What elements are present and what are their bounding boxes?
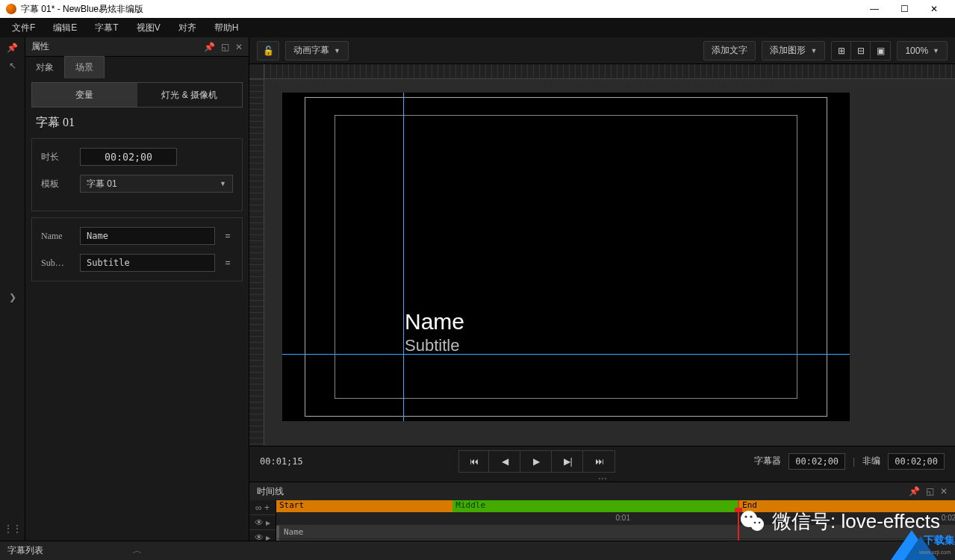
subtitle-list-label[interactable]: 字幕列表 <box>7 544 43 557</box>
menubar: 文件F 编辑E 字幕T 视图V 对齐 帮助H <box>0 18 955 37</box>
add-text-button[interactable]: 添加文字 <box>703 41 756 60</box>
tab-variables[interactable]: 变量 <box>32 83 137 107</box>
track-name[interactable]: Name <box>276 526 955 539</box>
segment-middle[interactable]: Middle <box>452 500 738 512</box>
prev-frame-button[interactable]: ◀ <box>491 451 520 472</box>
nle-label: 非编 <box>862 455 880 467</box>
label-name: Name <box>41 231 72 242</box>
maximize-button[interactable]: ☐ <box>889 0 919 18</box>
menu-subtitle[interactable]: 字幕T <box>86 19 127 37</box>
bottombar: 字幕列表 ︿ <box>0 541 955 560</box>
safe-area-icon[interactable]: ▣ <box>871 42 890 60</box>
close-timeline-icon[interactable]: ✕ <box>940 486 948 497</box>
tick-2: 0:02 <box>942 514 955 522</box>
app-icon <box>6 4 16 14</box>
stage[interactable]: Name Subtitle <box>282 93 850 421</box>
text-name[interactable]: Name <box>405 309 464 335</box>
goto-end-button[interactable]: ⏭ <box>585 451 615 472</box>
minimize-button[interactable]: — <box>859 0 889 18</box>
goto-start-button[interactable]: ⏮ <box>459 451 489 472</box>
popout-timeline-icon[interactable]: ◱ <box>926 486 934 497</box>
segment-start[interactable]: Start <box>276 500 452 512</box>
track-eye-1[interactable]: 👁 ▸ <box>249 515 276 530</box>
ruler-horizontal[interactable] <box>264 64 955 79</box>
tab-lights-camera[interactable]: 灯光 & 摄像机 <box>137 83 243 107</box>
tools-icon[interactable]: ⋮⋮ <box>7 523 19 535</box>
menu-view[interactable]: 视图V <box>128 19 169 37</box>
menu-align[interactable]: 对齐 <box>169 19 205 37</box>
anim-subtitle-dropdown[interactable]: 动画字幕▼ <box>285 41 349 60</box>
lock-button[interactable]: 🔓 <box>257 41 279 60</box>
guide-horizontal[interactable] <box>282 354 850 355</box>
input-name[interactable] <box>80 227 215 245</box>
ruler-vertical[interactable] <box>249 79 264 446</box>
pin-timeline-icon[interactable]: 📌 <box>909 486 920 497</box>
expand-icon[interactable]: ❯ <box>7 291 19 303</box>
loop-icon[interactable]: ∞ + <box>249 500 276 515</box>
tick-1: 0:01 <box>616 514 630 522</box>
section-title: 字幕 01 <box>25 108 249 138</box>
next-frame-button[interactable]: ▶| <box>553 451 583 472</box>
current-timecode[interactable]: 00:01;15 <box>260 456 320 467</box>
playback-bar: 00:01;15 ⏮ ◀ ▶ ▶| ⏭ 字幕器 00:02;00 | 非编 00… <box>249 446 955 476</box>
left-rail: 📌 ↖ ❯ ⋮⋮ <box>0 37 25 560</box>
menu-file[interactable]: 文件F <box>3 19 44 37</box>
timeline-ruler[interactable]: 0:01 0:02 <box>276 512 955 526</box>
ruler-corner <box>249 64 264 79</box>
timeline-title: 时间线 <box>257 485 284 498</box>
label-duration: 时长 <box>41 151 72 164</box>
input-duration[interactable] <box>80 148 177 166</box>
chevron-up-icon[interactable]: ︿ <box>133 544 142 557</box>
tab-scene[interactable]: 场景 <box>64 56 105 78</box>
ruler-icon[interactable]: ⊟ <box>851 42 871 60</box>
titlebar: 字幕 01* - NewBlue易炫非编版 — ☐ ✕ <box>0 0 955 18</box>
text-subtitle[interactable]: Subtitle <box>405 336 459 355</box>
segment-end[interactable]: End <box>738 500 955 512</box>
equals-icon-2[interactable]: = <box>223 258 233 268</box>
add-shape-dropdown[interactable]: 添加图形▼ <box>762 41 825 60</box>
close-panel-icon[interactable]: ✕ <box>235 42 243 52</box>
window-title: 字幕 01* - NewBlue易炫非编版 <box>21 3 143 16</box>
action-safe-frame <box>335 115 797 399</box>
popout-icon[interactable]: ◱ <box>221 42 229 52</box>
menu-edit[interactable]: 编辑E <box>44 19 86 37</box>
tab-object[interactable]: 对象 <box>25 57 64 78</box>
close-button[interactable]: ✕ <box>919 0 949 18</box>
select-template[interactable]: 字幕 01▼ <box>80 175 233 193</box>
panel-title: 属性 <box>31 40 49 53</box>
grid-icon[interactable]: ⊞ <box>832 42 851 60</box>
label-template: 模板 <box>41 178 72 190</box>
subtitle-timecode[interactable]: 00:02;00 <box>788 453 845 470</box>
subtitle-device-label: 字幕器 <box>754 455 781 467</box>
nle-timecode[interactable]: 00:02;00 <box>888 453 945 470</box>
resize-grip-horizontal[interactable] <box>249 476 955 482</box>
menu-help[interactable]: 帮助H <box>205 19 248 37</box>
play-button[interactable]: ▶ <box>522 451 552 472</box>
properties-panel: 属性 📌 ◱ ✕ 对象 场景 变量 灯光 & 摄像机 字幕 01 时长 模板 <box>25 37 249 560</box>
input-subtitle[interactable] <box>80 254 215 272</box>
canvas[interactable]: Name Subtitle <box>249 64 955 446</box>
zoom-dropdown[interactable]: 100%▼ <box>897 41 948 60</box>
toolbar: 🔓 动画字幕▼ 添加文字 添加图形▼ ⊞ ⊟ ▣ 100%▼ <box>249 37 955 64</box>
pin-icon[interactable]: 📌 <box>7 42 19 54</box>
pin-panel-icon[interactable]: 📌 <box>204 42 215 52</box>
label-subtitle: Sub… <box>41 258 72 269</box>
arrow-icon[interactable]: ↖ <box>7 60 19 72</box>
segment-bar[interactable]: Start Middle End <box>276 500 955 512</box>
guide-vertical[interactable] <box>403 93 404 421</box>
equals-icon[interactable]: = <box>223 231 233 241</box>
